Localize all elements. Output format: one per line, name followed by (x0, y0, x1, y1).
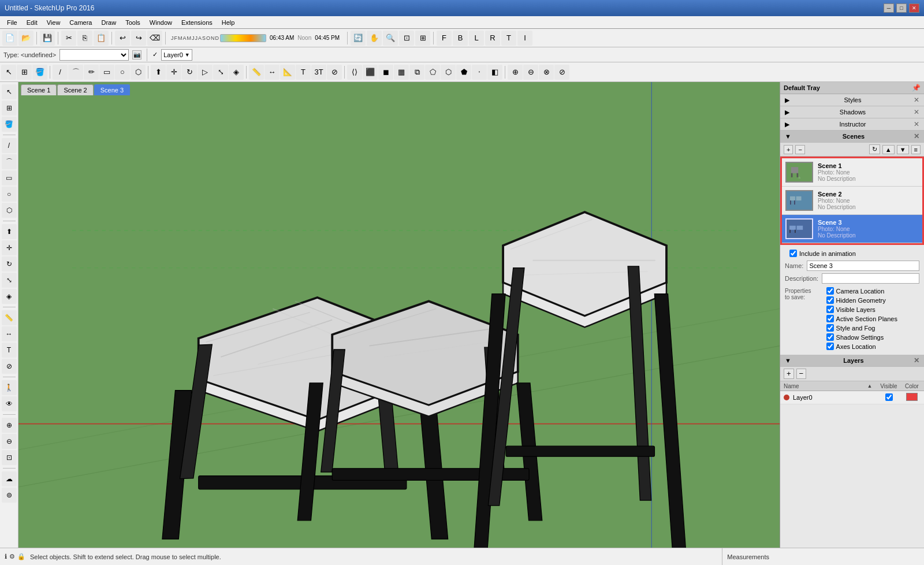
scenes-close[interactable]: ✕ (914, 132, 919, 140)
tb2[interactable]: ⬛ (363, 65, 378, 80)
minimize-button[interactable]: ─ (884, 3, 894, 13)
tb5[interactable]: ⧉ (409, 65, 424, 80)
more-options-button[interactable]: ≡ (911, 145, 921, 154)
scene-tab-2[interactable]: Scene 2 (57, 84, 93, 95)
tb3[interactable]: ◼ (378, 65, 393, 80)
tb7[interactable]: ⬡ (441, 65, 456, 80)
copy-button[interactable]: ⎘ (77, 31, 92, 46)
active-section-planes-row[interactable]: Active Section Planes (826, 314, 897, 323)
ground-lt[interactable]: ⊚ (2, 488, 17, 503)
text-button[interactable]: T (296, 65, 311, 80)
section-plane-button[interactable]: ⊘ (327, 65, 342, 80)
layer0-color[interactable] (903, 393, 921, 402)
front-view-button[interactable]: F (437, 31, 452, 46)
walk-lt[interactable]: 🚶 (2, 380, 17, 395)
tb10[interactable]: ◧ (487, 65, 502, 80)
select-tool-button[interactable]: ↖ (1, 65, 16, 80)
menu-edit[interactable]: Edit (22, 18, 42, 27)
camera-location-checkbox[interactable] (826, 287, 834, 295)
arc-tool-button[interactable]: ⌒ (68, 65, 83, 80)
offset-button[interactable]: ◈ (229, 65, 244, 80)
menu-help[interactable]: Help (217, 18, 240, 27)
paste-button[interactable]: 📋 (94, 31, 109, 46)
undo-button[interactable]: ↩ (115, 31, 130, 46)
rotate-lt[interactable]: ↻ (2, 257, 17, 272)
right-view-button[interactable]: R (485, 31, 500, 46)
top-view-button[interactable]: T (501, 31, 516, 46)
shadows-section-header[interactable]: ▶ Shadows ✕ (780, 106, 924, 118)
move-lt[interactable]: ✛ (2, 240, 17, 255)
hidden-geometry-row[interactable]: Hidden Geometry (826, 296, 897, 304)
zoomext-lt[interactable]: ⊡ (2, 450, 17, 465)
back-view-button[interactable]: B (453, 31, 468, 46)
tb6[interactable]: ⬠ (425, 65, 440, 80)
refresh-scene-button[interactable]: ↻ (869, 144, 880, 154)
scenes-section-header[interactable]: ▼ Scenes ✕ (780, 131, 924, 143)
axes-location-row[interactable]: Axes Location (826, 342, 897, 351)
style-and-fog-row[interactable]: Style and Fog (826, 324, 897, 332)
include-animation-row[interactable]: Include in animation (785, 247, 919, 259)
section-lt[interactable]: ⊘ (2, 359, 17, 374)
instructor-section-header[interactable]: ▶ Instructor ✕ (780, 118, 924, 131)
camera-location-row[interactable]: Camera Location (826, 287, 897, 295)
scale-button[interactable]: ⤡ (213, 65, 228, 80)
push-pull-lt[interactable]: ⬆ (2, 224, 17, 239)
tb1[interactable]: ⟨⟩ (347, 65, 362, 80)
styles-close[interactable]: ✕ (914, 96, 919, 104)
scene-item-1[interactable]: ⌂ Scene 1 Photo: None No Description (782, 158, 922, 187)
redo-button[interactable]: ↪ (131, 31, 146, 46)
zoom-extents-button[interactable]: ⊡ (399, 31, 414, 46)
layer-dropdown-icon[interactable]: ▼ (185, 52, 190, 58)
component-lt[interactable]: ⊞ (2, 101, 17, 116)
dimension-button[interactable]: ↔ (264, 65, 280, 80)
add-scene-button[interactable]: + (784, 145, 793, 154)
hidden-geometry-checkbox[interactable] (826, 296, 834, 304)
rotate-button[interactable]: ↻ (182, 65, 197, 80)
left-view-button[interactable]: L (469, 31, 484, 46)
layer-row-layer0[interactable]: Layer0 (780, 391, 924, 404)
scene-tab-3[interactable]: Scene 3 (94, 84, 130, 95)
zoom-window-button[interactable]: ⊞ (415, 31, 430, 46)
move-button[interactable]: ✛ (166, 65, 181, 80)
menu-view[interactable]: View (42, 18, 65, 27)
protractor-button[interactable]: 📐 (280, 65, 295, 80)
close-button[interactable]: ✕ (909, 3, 919, 13)
tb9[interactable]: ⬞ (472, 65, 487, 80)
menu-tools[interactable]: Tools (121, 18, 145, 27)
dimension-lt[interactable]: ↔ (2, 326, 17, 341)
maximize-button[interactable]: □ (896, 3, 907, 13)
orbit-button[interactable]: 🔄 (351, 31, 366, 46)
look-lt[interactable]: 👁 (2, 396, 17, 411)
sky-lt[interactable]: ☁ (2, 471, 17, 486)
polygon-button[interactable]: ⬡ (131, 65, 146, 80)
line-lt[interactable]: / (2, 138, 17, 153)
menu-camera[interactable]: Camera (65, 18, 96, 27)
move-up-button[interactable]: ▲ (882, 145, 895, 154)
scene-item-3[interactable]: Scene 3 Photo: None No Description (782, 215, 922, 243)
component-tool-button[interactable]: ⊞ (17, 65, 32, 80)
scene-manager-button[interactable]: 📷 (132, 50, 141, 60)
offset-lt[interactable]: ◈ (2, 289, 17, 304)
remove-scene-button[interactable]: − (795, 145, 804, 154)
tb11[interactable]: ⊕ (508, 65, 523, 80)
layer0-visibility[interactable] (874, 393, 903, 402)
poly-lt[interactable]: ⬡ (2, 203, 17, 218)
instructor-close[interactable]: ✕ (914, 120, 919, 128)
paint-lt[interactable]: 🪣 (2, 117, 17, 132)
menu-extensions[interactable]: Extensions (177, 18, 217, 27)
add-layer-button[interactable]: + (784, 369, 794, 379)
menu-window[interactable]: Window (145, 18, 177, 27)
zoom-button[interactable]: 🔍 (383, 31, 398, 46)
scale-lt[interactable]: ⤡ (2, 273, 17, 288)
tape-measure-button[interactable]: 📏 (249, 65, 264, 80)
tb4[interactable]: ▦ (394, 65, 409, 80)
push-pull-button[interactable]: ⬆ (151, 65, 166, 80)
style-and-fog-checkbox[interactable] (826, 324, 834, 332)
scene-tab-1[interactable]: Scene 1 (21, 84, 57, 95)
viewport[interactable]: Scene 1 Scene 2 Scene 3 (18, 82, 780, 565)
zoomin-lt[interactable]: ⊕ (2, 418, 17, 433)
axes-location-checkbox[interactable] (826, 343, 834, 350)
shadow-settings-checkbox[interactable] (826, 333, 834, 341)
include-animation-checkbox[interactable] (789, 250, 797, 257)
layer0-visible-checkbox[interactable] (885, 393, 893, 401)
